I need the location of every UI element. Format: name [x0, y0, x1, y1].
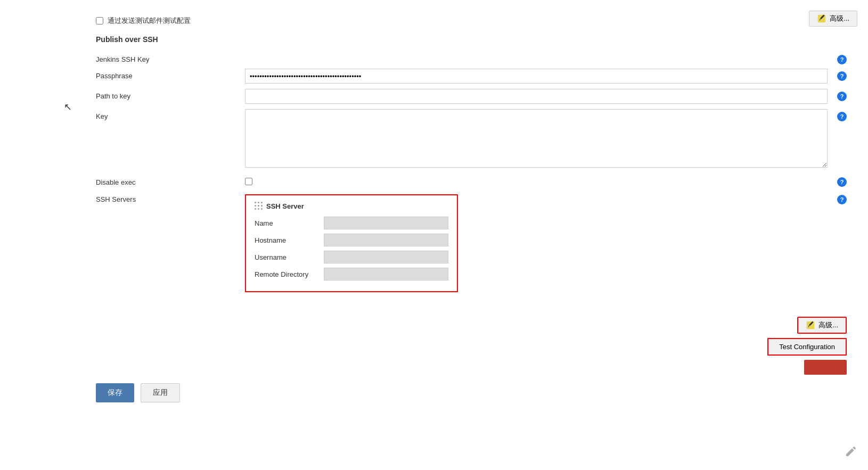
- jenkins-ssh-key-help[interactable]: ?: [837, 55, 847, 64]
- top-advanced-label: 高级...: [830, 14, 849, 23]
- disable-exec-help[interactable]: ?: [837, 177, 847, 187]
- ssh-servers-row: SSH Servers SSH Server Name: [96, 192, 847, 292]
- bottom-advanced-label: 高级...: [818, 320, 838, 330]
- bottom-advanced-button[interactable]: 高级...: [797, 317, 847, 334]
- ssh-hostname-row: Hostname: [255, 234, 448, 246]
- ssh-remote-dir-label: Remote Directory: [255, 270, 324, 278]
- key-row: Key ?: [96, 109, 847, 169]
- ssh-remote-dir-input[interactable]: [324, 268, 448, 281]
- test-configuration-label: Test Configuration: [779, 343, 835, 351]
- jenkins-ssh-key-label: Jenkins SSH Key: [96, 52, 245, 63]
- drag-handle[interactable]: [255, 202, 263, 210]
- path-to-key-input-area: [245, 89, 847, 104]
- path-to-key-help[interactable]: ?: [837, 92, 847, 101]
- ssh-server-title: SSH Server: [266, 202, 304, 210]
- disable-exec-checkbox[interactable]: [245, 178, 252, 185]
- path-to-key-row: Path to key ?: [96, 89, 847, 104]
- ssh-servers-panel-wrap: SSH Server Name Hostname Username: [245, 192, 847, 292]
- bottom-right-edit-icon-wrap: [845, 445, 857, 459]
- disable-exec-row: Disable exec ?: [96, 175, 847, 187]
- red-bar-decoration: [804, 360, 847, 375]
- top-right-toolbar: 高级...: [809, 11, 857, 27]
- top-advanced-button[interactable]: 高级...: [809, 11, 857, 27]
- save-label: 保存: [108, 388, 122, 397]
- apply-button[interactable]: 应用: [141, 383, 180, 402]
- ssh-servers-help[interactable]: ?: [837, 195, 847, 204]
- ssh-hostname-input[interactable]: [324, 234, 448, 246]
- passphrase-help[interactable]: ?: [837, 71, 847, 81]
- ssh-server-panel: SSH Server Name Hostname Username: [245, 194, 458, 292]
- pencil-icon: [817, 14, 826, 23]
- passphrase-row: Passphrase ?: [96, 69, 847, 84]
- save-button[interactable]: 保存: [96, 383, 134, 402]
- section-heading: Publish over SSH: [96, 35, 847, 44]
- bottom-right-actions: 高级... Test Configuration: [96, 317, 847, 375]
- disable-exec-label: Disable exec: [96, 175, 245, 186]
- bottom-pencil-icon: [806, 320, 815, 330]
- disable-exec-input-area: [245, 175, 847, 187]
- path-to-key-label: Path to key: [96, 89, 245, 100]
- bottom-right-edit-icon: [845, 445, 857, 458]
- ssh-name-input[interactable]: [324, 217, 448, 229]
- path-to-key-input[interactable]: [245, 89, 828, 104]
- test-email-checkbox[interactable]: [96, 17, 103, 24]
- save-apply-row: 保存 应用: [96, 383, 847, 402]
- ssh-username-label: Username: [255, 253, 324, 261]
- apply-label: 应用: [153, 388, 168, 397]
- ssh-servers-label: SSH Servers: [96, 192, 245, 203]
- key-input-area: [245, 109, 847, 169]
- key-help[interactable]: ?: [837, 112, 847, 121]
- passphrase-input-area: [245, 69, 847, 84]
- passphrase-label: Passphrase: [96, 69, 245, 80]
- test-configuration-button[interactable]: Test Configuration: [767, 338, 847, 356]
- ssh-server-header: SSH Server: [255, 202, 448, 210]
- ssh-name-row: Name: [255, 217, 448, 229]
- ssh-username-input[interactable]: [324, 251, 448, 263]
- cursor-indicator: ↖: [64, 101, 72, 113]
- key-label: Key: [96, 109, 245, 120]
- ssh-remote-dir-row: Remote Directory: [255, 268, 448, 281]
- key-textarea[interactable]: [245, 109, 828, 168]
- ssh-name-label: Name: [255, 219, 324, 227]
- bottom-area: 高级... Test Configuration 保存 应用: [96, 308, 847, 402]
- passphrase-input[interactable]: [245, 69, 828, 84]
- ssh-username-row: Username: [255, 251, 448, 263]
- ssh-hostname-label: Hostname: [255, 236, 324, 244]
- test-email-label: 通过发送测试邮件测试配置: [108, 16, 191, 26]
- test-email-row: 通过发送测试邮件测试配置: [96, 16, 847, 26]
- jenkins-ssh-key-row: Jenkins SSH Key ?: [96, 52, 847, 63]
